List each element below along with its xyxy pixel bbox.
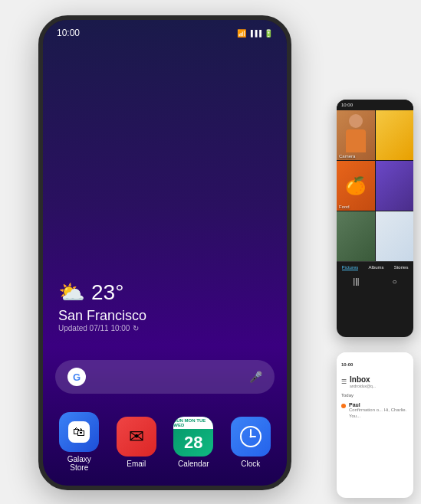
email-sender: Paul: [349, 402, 409, 407]
main-phone: 10:00 📶 ▐▐▐ 🔋 ⛅ 23° San Francisco Update…: [38, 15, 291, 490]
email-today-label: Today: [337, 391, 413, 399]
galaxy-store-icon-inner: 🛍: [68, 421, 90, 443]
galaxy-store-icon: 🛍: [59, 412, 99, 452]
gallery-cell-dark[interactable]: [376, 161, 414, 211]
clock-app[interactable]: Clock: [231, 417, 271, 468]
gallery-nav: ||| ○: [337, 273, 413, 290]
weather-widget: ⛅ 23° San Francisco Updated 07/11 10:00 …: [58, 280, 146, 332]
gallery-tabs: Pictures Albums Stories: [337, 261, 413, 273]
calendar-icon: SUN MON TUE WED 28: [173, 417, 213, 457]
email-list-item-paul[interactable]: Paul Confirmation o... Hi, Charlie. You.…: [337, 399, 413, 423]
battery-icon: 🔋: [264, 29, 273, 38]
galaxy-store-label: GalaxyStore: [67, 455, 91, 472]
clock-svg: [238, 424, 263, 449]
gallery-cell-camera-label: Camera: [339, 154, 355, 159]
email-app[interactable]: ✉ Email: [117, 417, 156, 468]
unread-dot: [341, 404, 346, 408]
gallery-tab-albums[interactable]: Albums: [368, 265, 383, 270]
weather-city: San Francisco: [58, 308, 146, 324]
status-bar: 10:00 📶 ▐▐▐ 🔋: [43, 20, 287, 38]
email-header: ☰ Inbox androidux@q...: [337, 372, 413, 391]
gallery-cell-people[interactable]: [337, 211, 375, 261]
app-dock: 🛍 GalaxyStore ✉ Email SUN MON TUE WED: [51, 412, 279, 472]
email-icon: ✉: [117, 417, 156, 457]
person-silhouette: [344, 114, 367, 156]
signal-icon: ▐▐▐: [248, 30, 261, 37]
email-address: androidux@q...: [350, 384, 376, 388]
status-icons: 📶 ▐▐▐ 🔋: [237, 29, 273, 38]
calendar-date-label: 28: [184, 433, 202, 453]
gallery-status-bar: 10:00: [337, 100, 413, 110]
refresh-icon: ↻: [133, 324, 139, 332]
google-logo: G: [67, 368, 86, 386]
clock-icon: [231, 417, 271, 457]
status-time: 10:00: [57, 28, 80, 38]
clock-label: Clock: [241, 460, 260, 468]
gallery-nav-menu[interactable]: |||: [354, 277, 360, 286]
gallery-phone: 10:00 Camera 🍊 Food: [337, 100, 413, 337]
hamburger-icon[interactable]: ☰: [341, 378, 347, 385]
weather-temperature: 23°: [91, 280, 123, 305]
email-label: Email: [127, 460, 146, 468]
galaxy-store-app[interactable]: 🛍 GalaxyStore: [59, 412, 99, 472]
gallery-nav-home[interactable]: ○: [392, 277, 396, 286]
calendar-app[interactable]: SUN MON TUE WED 28 Calendar: [173, 417, 213, 468]
search-bar[interactable]: G 🎤: [55, 360, 275, 394]
weather-updated: Updated 07/11 10:00 ↻: [58, 324, 146, 332]
calendar-label: Calendar: [178, 460, 209, 468]
email-content: Paul Confirmation o... Hi, Charlie. You.…: [349, 402, 409, 420]
gallery-cell-yellow[interactable]: [376, 110, 414, 160]
weather-icon: ⛅: [58, 280, 85, 305]
email-preview: Confirmation o... Hi, Charlie. You...: [349, 407, 409, 420]
email-inbox-title: Inbox: [350, 375, 376, 384]
gallery-status-time: 10:00: [341, 103, 353, 107]
svg-point-3: [249, 435, 252, 437]
microphone-icon[interactable]: 🎤: [249, 371, 262, 383]
gallery-tab-pictures[interactable]: Pictures: [342, 265, 359, 270]
wifi-icon: 📶: [237, 29, 246, 38]
email-phone: 10:00 ☰ Inbox androidux@q... Today Paul …: [337, 352, 413, 498]
gallery-cell-camera[interactable]: Camera: [337, 110, 375, 160]
gallery-tab-stories[interactable]: Stories: [394, 265, 409, 270]
fruit-decoration: 🍊: [337, 161, 375, 211]
gallery-cell-food-label: Food: [339, 205, 350, 209]
gallery-cell-light[interactable]: [376, 211, 414, 261]
weather-row: ⛅ 23°: [58, 280, 146, 305]
gallery-grid: Camera 🍊 Food: [337, 110, 413, 261]
phone-screen: 10:00 📶 ▐▐▐ 🔋 ⛅ 23° San Francisco Update…: [43, 20, 287, 486]
gallery-cell-food[interactable]: 🍊 Food: [337, 161, 375, 211]
email-inbox-info: Inbox androidux@q...: [350, 375, 376, 388]
email-status-bar: 10:00: [337, 352, 413, 372]
email-status-time: 10:00: [341, 362, 353, 367]
